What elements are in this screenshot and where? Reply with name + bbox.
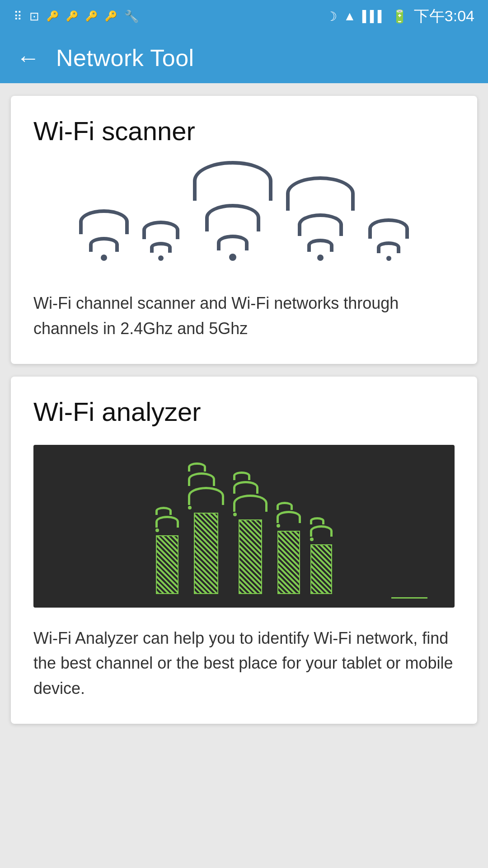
analyzer-bars: [137, 462, 351, 594]
status-time: 下午3:04: [414, 6, 474, 27]
wifi-scanner-title: Wi-Fi scanner: [33, 116, 455, 146]
dots-icon: ⠿: [14, 9, 22, 24]
key-icon: 🔑: [47, 10, 59, 22]
wifi-status-icon: ▲: [343, 9, 356, 24]
wifi-scanner-visual: [33, 164, 455, 273]
wifi-analyzer-image: [33, 445, 455, 608]
wifi-analyzer-description: Wi-Fi Analyzer can help you to identify …: [33, 626, 455, 701]
signal-line: [391, 597, 427, 599]
wifi-icon-4: [286, 176, 355, 264]
key3-icon: 🔑: [85, 10, 98, 22]
wifi-scanner-card[interactable]: Wi-Fi scanner: [11, 96, 477, 364]
app-bar-title: Network Tool: [56, 44, 194, 71]
key2-icon: 🔑: [66, 10, 78, 22]
battery-icon: 🔋: [392, 9, 408, 24]
main-content: Wi-Fi scanner: [0, 83, 488, 736]
monitor-icon: ⊡: [29, 9, 39, 24]
analyzer-bar-5: [310, 517, 333, 594]
wifi-scanner-description: Wi-Fi channel scanner and Wi-Fi networks…: [33, 291, 455, 341]
analyzer-bar-3: [233, 472, 267, 594]
key4-icon: 🔑: [105, 10, 117, 22]
analyzer-bar-4: [277, 502, 301, 594]
analyzer-bar-1: [155, 507, 179, 594]
back-button[interactable]: ←: [16, 46, 40, 70]
wrench-icon: 🔧: [124, 9, 139, 24]
wifi-icon-2: [142, 221, 179, 264]
analyzer-bar-2: [188, 462, 224, 594]
wifi-icon-3: [193, 161, 272, 264]
wifi-icon-1: [79, 209, 129, 264]
wifi-analyzer-title: Wi-Fi analyzer: [33, 396, 455, 427]
status-right-icons: ☽ ▲ ▌▌▌ 🔋 下午3:04: [326, 6, 474, 27]
status-bar: ⠿ ⊡ 🔑 🔑 🔑 🔑 🔧 ☽ ▲ ▌▌▌ 🔋 下午3:04: [0, 0, 488, 33]
wifi-analyzer-card[interactable]: Wi-Fi analyzer: [11, 377, 477, 724]
moon-icon: ☽: [326, 9, 337, 24]
signal-icon: ▌▌▌: [362, 10, 385, 23]
wifi-icon-5: [368, 218, 409, 264]
status-left-icons: ⠿ ⊡ 🔑 🔑 🔑 🔑 🔧: [14, 9, 139, 24]
app-bar: ← Network Tool: [0, 33, 488, 83]
